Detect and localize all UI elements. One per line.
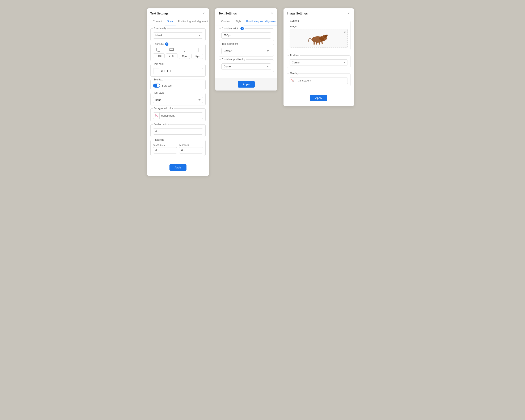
text-alignment-label: Text alignment [221,42,239,45]
bold-toggle-label: Bold text [162,84,172,87]
padding-leftright-input[interactable] [179,147,203,153]
svg-rect-10 [155,115,157,117]
divider-1 [287,53,350,53]
border-radius-section: Border radius [150,124,206,137]
svg-point-8 [197,51,197,52]
overlay-brush-icon[interactable] [290,77,296,84]
panel3-apply-button[interactable]: Apply [310,95,327,101]
overlay-input[interactable] [296,78,347,83]
padding-topbottom-input[interactable] [153,147,177,153]
position-select[interactable]: Center Left Right Top Bottom [290,59,348,66]
font-size-label: Font size ? [153,42,169,46]
svg-line-9 [155,114,158,117]
svg-rect-0 [157,48,161,51]
font-family-select[interactable]: inherit [153,32,203,39]
svg-rect-15 [316,42,317,45]
tab-content-2[interactable]: Content [219,18,233,25]
container-width-help-icon[interactable]: ? [240,27,244,30]
svg-rect-16 [319,42,320,45]
svg-point-6 [184,51,185,52]
font-size-laptop-input[interactable] [166,53,178,58]
horse-image [306,31,331,46]
text-style-bordered: Text style none italic underline [150,93,206,105]
panel1-tabs: Content Style Positioning and alignment [147,18,209,25]
font-family-section: Font-family inherit [150,28,206,41]
panel-text-settings-positioning: Text Settings × Content Style Positionin… [215,8,277,91]
svg-rect-4 [169,51,174,51]
position-section: Position Center Left Right Top Bottom [287,56,350,68]
svg-rect-3 [170,48,173,51]
image-preview-area[interactable]: × [290,29,348,48]
bold-text-bordered: Bold text Bold text [150,80,206,90]
text-color-section: Text color [150,64,206,77]
image-content-section: Content Image [287,21,350,50]
font-size-tablet [179,48,190,59]
panel3-footer: Apply [283,92,354,102]
overlay-section: Overlay [287,73,350,86]
panel1-body: Font-family inherit Font size ? [147,25,209,162]
text-alignment-select[interactable]: Center Left Right [221,48,271,54]
bg-color-label: Background color [153,107,174,110]
container-positioning-select[interactable]: Center Left Right [221,63,271,70]
text-alignment-bordered: Text alignment Center Left Right [219,44,274,56]
padding-grid: Top/Bottom Left/Right [153,144,203,153]
font-size-laptop [166,48,178,59]
panel1-close-button[interactable]: × [202,11,206,16]
text-color-field [153,68,203,74]
bold-text-label: Bold text [153,78,164,81]
laptop-icon [169,48,174,52]
container-width-input[interactable] [221,32,271,39]
text-alignment-section: Text alignment Center Left Right [219,44,274,56]
bold-text-section: Bold text Bold text [150,80,206,90]
container-width-label: Container width ? [221,27,245,30]
font-size-help-icon[interactable]: ? [165,42,169,46]
panel2-close-button[interactable]: × [270,11,274,16]
font-size-tablet-input[interactable] [179,54,190,59]
font-size-mobile-input[interactable] [191,54,203,59]
overlay-field [290,77,348,84]
overlay-label: Overlay [289,72,300,75]
text-color-swatch[interactable] [153,68,159,74]
font-size-bordered: Font size ? [150,44,206,61]
bold-toggle-row: Bold text [153,84,203,88]
text-color-label: Text color [153,63,165,65]
position-bordered: Position Center Left Right Top Bottom [287,56,350,68]
tab-positioning-2[interactable]: Positioning and alignment [244,18,277,25]
panel2-title: Text Settings [219,12,237,15]
font-family-label: Font-family [153,27,167,30]
panel2-apply-button[interactable]: Apply [238,81,255,88]
font-size-desktop-input[interactable] [153,53,165,58]
image-remove-button[interactable]: × [344,31,346,34]
container-positioning-label: Container positioning [221,58,246,61]
panel3-title: Image Settings [287,12,308,15]
text-style-label: Text style [153,91,165,94]
tab-positioning-1[interactable]: Positioning and alignment [176,18,209,25]
panel3-header: Image Settings × [283,8,354,18]
bold-toggle[interactable] [153,84,160,88]
bg-color-input[interactable] [159,113,203,118]
paddings-label: Paddings [153,138,165,141]
tab-style-1[interactable]: Style [165,18,176,25]
panel2-tabs: Content Style Positioning and alignment [215,18,277,25]
border-radius-input[interactable] [153,128,203,135]
font-family-bordered: Font-family inherit [150,28,206,41]
padding-topbottom-label: Top/Bottom [153,144,177,146]
svg-point-18 [325,35,328,37]
tab-content-1[interactable]: Content [150,18,165,25]
panel1-header: Text Settings × [147,8,209,18]
panel2-footer: Apply [215,78,277,91]
padding-leftright: Left/Right [179,144,203,153]
tab-style-2[interactable]: Style [233,18,244,25]
panel-text-settings-style: Text Settings × Content Style Positionin… [147,8,209,176]
panel3-body: Content Image [283,18,354,92]
container-positioning-section: Container positioning Center Left Right [219,59,274,72]
font-size-desktop [153,48,165,59]
panel1-apply-button[interactable]: Apply [169,164,187,171]
image-content-bordered: Content Image [287,21,350,50]
tablet-icon [183,48,186,53]
panel1-title: Text Settings [150,12,169,15]
text-color-input[interactable] [159,69,203,74]
text-style-select[interactable]: none italic underline [153,97,203,103]
bg-color-icon[interactable] [153,112,159,119]
panel3-close-button[interactable]: × [347,11,350,16]
